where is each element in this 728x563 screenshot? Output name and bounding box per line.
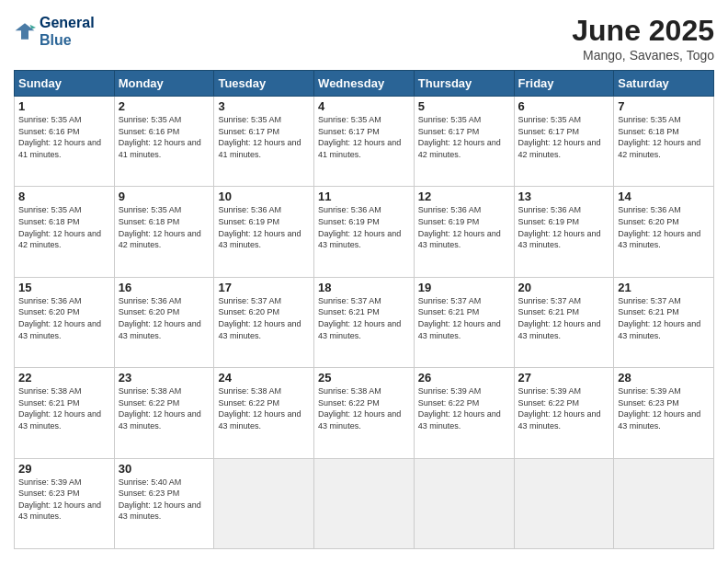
day-number: 16 — [119, 281, 210, 294]
calendar-cell: 7Sunrise: 5:35 AMSunset: 6:18 PMDaylight… — [614, 97, 714, 187]
header-row: Sunday Monday Tuesday Wednesday Thursday… — [15, 71, 714, 97]
day-number: 21 — [618, 281, 710, 294]
col-monday: Monday — [114, 71, 214, 97]
day-number: 18 — [318, 281, 410, 294]
day-number: 23 — [119, 371, 210, 385]
day-number: 28 — [618, 371, 710, 385]
calendar-cell: 17Sunrise: 5:37 AMSunset: 6:20 PMDayligh… — [214, 277, 314, 367]
day-number: 27 — [518, 371, 610, 385]
calendar-cell: 8Sunrise: 5:35 AMSunset: 6:18 PMDaylight… — [15, 187, 115, 277]
day-number: 14 — [618, 190, 710, 203]
col-friday: Friday — [514, 71, 614, 97]
col-thursday: Thursday — [414, 71, 514, 97]
day-number: 30 — [119, 462, 210, 476]
calendar-cell: 18Sunrise: 5:37 AMSunset: 6:21 PMDayligh… — [314, 277, 415, 367]
calendar-week-1: 1Sunrise: 5:35 AMSunset: 6:16 PMDaylight… — [15, 97, 714, 187]
calendar-cell: 27Sunrise: 5:39 AMSunset: 6:22 PMDayligh… — [514, 368, 614, 458]
day-number: 5 — [418, 99, 510, 113]
page: General Blue June 2025 Mango, Savanes, T… — [0, 0, 728, 563]
day-info: Sunrise: 5:35 AMSunset: 6:17 PMDaylight:… — [518, 114, 610, 160]
day-number: 13 — [518, 190, 610, 203]
calendar-cell: 16Sunrise: 5:36 AMSunset: 6:20 PMDayligh… — [114, 277, 214, 367]
day-info: Sunrise: 5:35 AMSunset: 6:17 PMDaylight:… — [218, 114, 310, 160]
calendar-cell — [614, 458, 714, 548]
day-number: 11 — [318, 190, 410, 203]
day-info: Sunrise: 5:35 AMSunset: 6:17 PMDaylight:… — [318, 114, 410, 160]
day-info: Sunrise: 5:36 AMSunset: 6:19 PMDaylight:… — [318, 204, 410, 250]
calendar-header: Sunday Monday Tuesday Wednesday Thursday… — [15, 71, 714, 97]
day-info: Sunrise: 5:35 AMSunset: 6:16 PMDaylight:… — [18, 114, 110, 160]
day-number: 6 — [518, 99, 610, 113]
day-number: 26 — [418, 371, 510, 385]
day-info: Sunrise: 5:35 AMSunset: 6:18 PMDaylight:… — [618, 114, 710, 160]
day-info: Sunrise: 5:39 AMSunset: 6:23 PMDaylight:… — [18, 477, 110, 523]
location-subtitle: Mango, Savanes, Togo — [572, 48, 714, 63]
day-info: Sunrise: 5:35 AMSunset: 6:18 PMDaylight:… — [119, 204, 210, 250]
calendar-cell: 15Sunrise: 5:36 AMSunset: 6:20 PMDayligh… — [15, 277, 115, 367]
calendar-cell: 20Sunrise: 5:37 AMSunset: 6:21 PMDayligh… — [514, 277, 614, 367]
logo: General Blue — [14, 14, 95, 49]
calendar-cell: 4Sunrise: 5:35 AMSunset: 6:17 PMDaylight… — [314, 97, 415, 187]
col-tuesday: Tuesday — [214, 71, 314, 97]
day-number: 10 — [218, 190, 310, 203]
day-number: 2 — [119, 99, 210, 113]
day-info: Sunrise: 5:36 AMSunset: 6:19 PMDaylight:… — [418, 204, 510, 250]
day-info: Sunrise: 5:38 AMSunset: 6:22 PMDaylight:… — [218, 385, 310, 431]
logo-icon — [14, 20, 36, 42]
title-block: June 2025 Mango, Savanes, Togo — [572, 14, 714, 63]
calendar-cell: 28Sunrise: 5:39 AMSunset: 6:23 PMDayligh… — [614, 368, 714, 458]
calendar-cell: 30Sunrise: 5:40 AMSunset: 6:23 PMDayligh… — [114, 458, 214, 548]
day-number: 24 — [218, 371, 310, 385]
calendar-body: 1Sunrise: 5:35 AMSunset: 6:16 PMDaylight… — [15, 97, 714, 549]
day-number: 19 — [418, 281, 510, 294]
calendar-week-5: 29Sunrise: 5:39 AMSunset: 6:23 PMDayligh… — [15, 458, 714, 548]
day-info: Sunrise: 5:37 AMSunset: 6:20 PMDaylight:… — [218, 295, 310, 341]
day-number: 15 — [18, 281, 110, 294]
day-info: Sunrise: 5:39 AMSunset: 6:22 PMDaylight:… — [518, 385, 610, 431]
calendar-cell: 11Sunrise: 5:36 AMSunset: 6:19 PMDayligh… — [314, 187, 415, 277]
calendar-cell: 2Sunrise: 5:35 AMSunset: 6:16 PMDaylight… — [114, 97, 214, 187]
day-info: Sunrise: 5:35 AMSunset: 6:18 PMDaylight:… — [18, 204, 110, 250]
day-info: Sunrise: 5:36 AMSunset: 6:19 PMDaylight:… — [518, 204, 610, 250]
calendar-cell — [314, 458, 415, 548]
day-info: Sunrise: 5:35 AMSunset: 6:16 PMDaylight:… — [119, 114, 210, 160]
logo-line2: Blue — [40, 32, 72, 48]
day-info: Sunrise: 5:38 AMSunset: 6:21 PMDaylight:… — [18, 385, 110, 431]
day-info: Sunrise: 5:40 AMSunset: 6:23 PMDaylight:… — [119, 477, 210, 523]
day-info: Sunrise: 5:36 AMSunset: 6:20 PMDaylight:… — [18, 295, 110, 341]
calendar-cell: 5Sunrise: 5:35 AMSunset: 6:17 PMDaylight… — [414, 97, 514, 187]
calendar-cell: 3Sunrise: 5:35 AMSunset: 6:17 PMDaylight… — [214, 97, 314, 187]
calendar-cell: 26Sunrise: 5:39 AMSunset: 6:22 PMDayligh… — [414, 368, 514, 458]
day-info: Sunrise: 5:37 AMSunset: 6:21 PMDaylight:… — [418, 295, 510, 341]
calendar-cell: 21Sunrise: 5:37 AMSunset: 6:21 PMDayligh… — [614, 277, 714, 367]
calendar-cell: 9Sunrise: 5:35 AMSunset: 6:18 PMDaylight… — [114, 187, 214, 277]
day-number: 25 — [318, 371, 410, 385]
day-number: 17 — [218, 281, 310, 294]
day-number: 8 — [18, 190, 110, 203]
day-info: Sunrise: 5:37 AMSunset: 6:21 PMDaylight:… — [518, 295, 610, 341]
day-info: Sunrise: 5:36 AMSunset: 6:20 PMDaylight:… — [618, 204, 710, 250]
day-number: 9 — [119, 190, 210, 203]
calendar-cell: 12Sunrise: 5:36 AMSunset: 6:19 PMDayligh… — [414, 187, 514, 277]
day-number: 3 — [218, 99, 310, 113]
day-info: Sunrise: 5:37 AMSunset: 6:21 PMDaylight:… — [618, 295, 710, 341]
day-info: Sunrise: 5:38 AMSunset: 6:22 PMDaylight:… — [318, 385, 410, 431]
day-info: Sunrise: 5:38 AMSunset: 6:22 PMDaylight:… — [119, 385, 210, 431]
logo-line1: General — [40, 14, 95, 31]
calendar-week-2: 8Sunrise: 5:35 AMSunset: 6:18 PMDaylight… — [15, 187, 714, 277]
day-info: Sunrise: 5:39 AMSunset: 6:22 PMDaylight:… — [418, 385, 510, 431]
calendar-cell: 1Sunrise: 5:35 AMSunset: 6:16 PMDaylight… — [15, 97, 115, 187]
calendar-cell: 29Sunrise: 5:39 AMSunset: 6:23 PMDayligh… — [15, 458, 115, 548]
day-number: 12 — [418, 190, 510, 203]
calendar-table: Sunday Monday Tuesday Wednesday Thursday… — [14, 70, 714, 549]
calendar-week-4: 22Sunrise: 5:38 AMSunset: 6:21 PMDayligh… — [15, 368, 714, 458]
day-number: 22 — [18, 371, 110, 385]
calendar-cell: 22Sunrise: 5:38 AMSunset: 6:21 PMDayligh… — [15, 368, 115, 458]
calendar-cell: 19Sunrise: 5:37 AMSunset: 6:21 PMDayligh… — [414, 277, 514, 367]
month-title: June 2025 — [572, 14, 714, 48]
calendar-cell: 13Sunrise: 5:36 AMSunset: 6:19 PMDayligh… — [514, 187, 614, 277]
calendar-cell — [514, 458, 614, 548]
calendar-cell: 14Sunrise: 5:36 AMSunset: 6:20 PMDayligh… — [614, 187, 714, 277]
day-number: 4 — [318, 99, 410, 113]
day-info: Sunrise: 5:35 AMSunset: 6:17 PMDaylight:… — [418, 114, 510, 160]
